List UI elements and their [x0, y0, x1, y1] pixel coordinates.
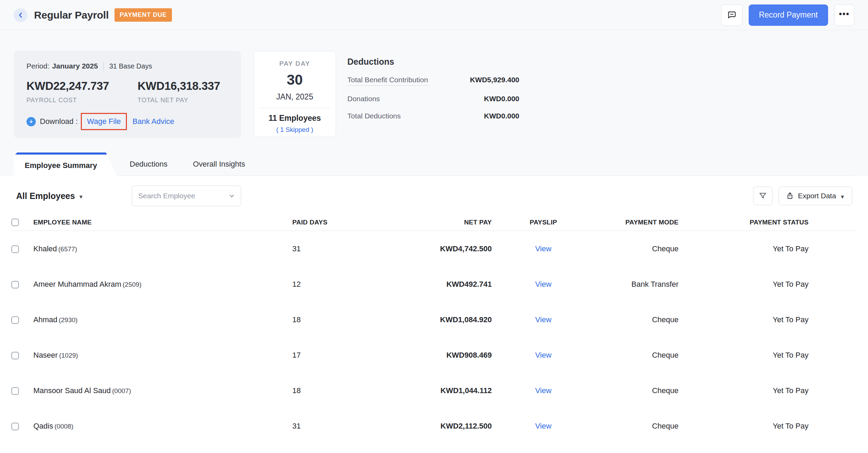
tab-bar: Employee Summary Deductions Overall Insi…	[14, 152, 854, 176]
deduction-value: KWD0.000	[484, 112, 519, 120]
comments-button[interactable]	[721, 4, 742, 26]
deduction-value: KWD5,929.400	[470, 76, 519, 84]
table-row: Naseer(1029) 17 KWD908.469 View Cheque Y…	[11, 337, 857, 373]
bank-advice-link[interactable]: Bank Advice	[132, 117, 174, 126]
filter-funnel-icon	[758, 191, 767, 200]
net-pay: KWD1,044.112	[354, 386, 492, 395]
payment-status: Yet To Pay	[679, 244, 809, 253]
row-checkbox[interactable]	[11, 423, 19, 430]
caret-down-icon: ▼	[840, 194, 845, 200]
payslip-view-link[interactable]: View	[535, 422, 551, 430]
filter-button[interactable]	[753, 187, 772, 205]
payment-status: Yet To Pay	[679, 280, 809, 289]
wage-file-link[interactable]: Wage File	[87, 117, 121, 126]
deductions-panel: Deductions Total Benefit Contribution KW…	[347, 51, 519, 120]
top-bar: Regular Payroll PAYMENT DUE Record Payme…	[0, 0, 868, 30]
employee-summary-table: EMPLOYEE NAME PAID DAYS NET PAY PAYSLIP …	[0, 214, 868, 444]
comment-icon	[727, 10, 737, 20]
paid-days: 17	[292, 351, 354, 360]
summary-band: Period: January 2025 31 Base Days KWD22,…	[0, 30, 868, 176]
employee-filter-label: All Employees	[16, 191, 75, 201]
total-net-pay-value: KWD16,318.337	[138, 80, 220, 93]
table-toolbar: All Employees ▼ Export Data ▼	[0, 176, 868, 214]
deduction-value: KWD0.000	[484, 95, 519, 103]
pay-day-card: PAY DAY 30 JAN, 2025 11 Employees ( 1 Sk…	[253, 51, 336, 137]
row-checkbox[interactable]	[11, 387, 19, 395]
payroll-cost-label: PAYROLL COST	[26, 97, 138, 104]
payment-status: Yet To Pay	[679, 422, 809, 431]
divider	[104, 62, 104, 70]
status-badge: PAYMENT DUE	[115, 8, 172, 22]
payment-status: Yet To Pay	[679, 386, 809, 395]
payment-mode: Cheque	[595, 386, 679, 395]
chevron-left-icon	[17, 11, 24, 19]
caret-down-icon: ▼	[78, 194, 84, 200]
tab-employee-summary[interactable]: Employee Summary	[14, 152, 117, 176]
payment-status: Yet To Pay	[679, 315, 809, 324]
payroll-cost-value: KWD22,247.737	[26, 80, 138, 93]
row-checkbox[interactable]	[11, 245, 19, 253]
paid-days: 12	[292, 280, 354, 289]
column-header-net-pay: NET PAY	[354, 219, 492, 226]
employee-id: (0007)	[112, 387, 131, 394]
export-data-button[interactable]: Export Data ▼	[779, 187, 852, 205]
paid-days: 18	[292, 315, 354, 324]
search-employee-input[interactable]	[138, 192, 228, 200]
table-row: Mansoor Saud Al Saud(0007) 18 KWD1,044.1…	[11, 373, 857, 408]
employee-name: Ameer Muhammad Akram	[33, 280, 121, 288]
annotation-highlight-box: Wage File	[81, 113, 127, 130]
tab-deductions[interactable]: Deductions	[117, 152, 180, 176]
net-pay: KWD2,112.500	[354, 422, 492, 431]
employee-name: Mansoor Saud Al Saud	[33, 386, 111, 395]
payment-mode: Cheque	[595, 315, 679, 324]
employees-count: 11 Employees	[254, 114, 336, 123]
net-pay: KWD4,742.500	[354, 244, 492, 253]
table-row: Khaled(6577) 31 KWD4,742.500 View Cheque…	[11, 231, 857, 266]
more-actions-button[interactable]: •••	[834, 4, 854, 26]
payment-mode: Bank Transfer	[595, 280, 679, 289]
net-pay: KWD908.469	[354, 351, 492, 360]
export-label: Export Data	[798, 192, 836, 200]
back-button[interactable]	[14, 8, 28, 22]
column-header-employee-name: EMPLOYEE NAME	[33, 219, 292, 226]
base-days: 31 Base Days	[109, 62, 152, 70]
employee-id: (1029)	[59, 352, 78, 359]
payslip-view-link[interactable]: View	[535, 244, 551, 253]
column-header-payment-mode: PAYMENT MODE	[595, 219, 679, 226]
payslip-view-link[interactable]: View	[535, 280, 551, 288]
column-header-payment-status: PAYMENT STATUS	[679, 219, 809, 226]
skipped-employees-link[interactable]: ( 1 Skipped )	[276, 126, 313, 134]
row-checkbox[interactable]	[11, 281, 19, 288]
deduction-label[interactable]: Total Benefit Contribution	[347, 76, 428, 86]
payroll-summary-card: Period: January 2025 31 Base Days KWD22,…	[14, 51, 241, 138]
total-net-pay-label: TOTAL NET PAY	[138, 97, 220, 104]
employee-filter-dropdown[interactable]: All Employees ▼	[16, 191, 84, 201]
table-row: Ameer Muhammad Akram(2509) 12 KWD492.741…	[11, 266, 857, 302]
row-checkbox[interactable]	[11, 352, 19, 359]
net-pay: KWD492.741	[354, 280, 492, 289]
payslip-view-link[interactable]: View	[535, 386, 551, 395]
employee-id: (2930)	[59, 316, 78, 324]
pay-day-label: PAY DAY	[254, 60, 336, 67]
deduction-label: Donations	[347, 95, 380, 103]
tab-overall-insights[interactable]: Overall Insights	[180, 152, 258, 176]
net-pay: KWD1,084.920	[354, 315, 492, 324]
table-header-row: EMPLOYEE NAME PAID DAYS NET PAY PAYSLIP …	[11, 214, 857, 231]
select-all-checkbox[interactable]	[11, 219, 19, 226]
table-row: Ahmad(2930) 18 KWD1,084.920 View Cheque …	[11, 302, 857, 337]
search-employee-select[interactable]	[132, 186, 241, 206]
row-checkbox[interactable]	[11, 316, 19, 324]
payment-status: Yet To Pay	[679, 351, 809, 360]
table-row: Qadis(0008) 31 KWD2,112.500 View Cheque …	[11, 408, 857, 444]
pay-day-number: 30	[254, 72, 336, 88]
download-icon	[26, 117, 36, 126]
divider	[259, 108, 330, 108]
payslip-view-link[interactable]: View	[535, 351, 551, 359]
record-payment-button[interactable]: Record Payment	[749, 4, 828, 26]
paid-days: 18	[292, 386, 354, 395]
column-header-payslip: PAYSLIP	[492, 219, 595, 226]
payslip-view-link[interactable]: View	[535, 315, 551, 324]
payment-mode: Cheque	[595, 244, 679, 253]
employee-id: (0008)	[54, 423, 73, 430]
period-label: Period:	[26, 62, 50, 70]
